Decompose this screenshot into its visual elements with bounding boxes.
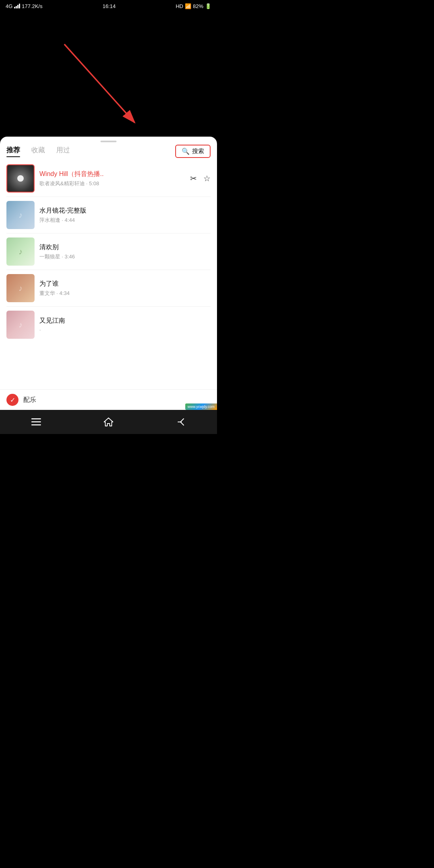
cut-icon[interactable]: ✂	[190, 174, 197, 183]
song-thumb-1	[6, 164, 35, 192]
song-meta-4: 董文华 · 4:34	[39, 290, 211, 297]
song-thumb-4: ♪	[6, 274, 35, 302]
svg-rect-2	[31, 418, 41, 420]
battery-icon: 🔋	[205, 3, 211, 9]
song-meta-2: 萍水相逢 · 4:44	[39, 217, 211, 224]
tab-recommend[interactable]: 推荐	[6, 145, 20, 157]
search-icon: 🔍	[182, 147, 190, 155]
nav-home-icon[interactable]	[100, 413, 117, 431]
song-title-3: 清欢别	[39, 243, 211, 252]
song-title-4: 为了谁	[39, 280, 211, 288]
song-title-5: 又见江南	[39, 317, 211, 325]
cd-cover	[7, 165, 34, 192]
peile-label: 配乐	[23, 396, 36, 404]
drag-handle-bar	[100, 141, 117, 142]
song-item-3[interactable]: ♪ 清欢别 一颗狼星 · 3:46	[6, 233, 211, 270]
song-cover-4: ♪	[6, 274, 35, 302]
song-cover-3: ♪	[6, 237, 35, 266]
song-thumb-5: ♪	[6, 311, 35, 339]
peile-bar: ✓ 配乐	[0, 389, 217, 410]
song-info-4: 为了谁 董文华 · 4:34	[39, 280, 211, 297]
song-info-5: 又见江南 ·	[39, 317, 211, 333]
network-speed: 177.2K/s	[22, 3, 42, 9]
status-left: 4G 177.2K/s	[6, 3, 43, 9]
wifi-icon: 📶	[185, 3, 191, 9]
svg-line-1	[64, 44, 135, 123]
network-type: 4G	[6, 3, 12, 9]
drag-handle[interactable]	[0, 137, 217, 145]
video-area	[0, 12, 217, 149]
signal-bars	[14, 4, 20, 8]
song-info-1: Windy Hill（抖音热播.. 歌者凌风&精彩轩迪 · 5:08	[39, 170, 185, 187]
hd-badge: HD	[176, 3, 183, 9]
song-thumb-3: ♪	[6, 237, 35, 266]
song-item-4[interactable]: ♪ 为了谁 董文华 · 4:34	[6, 270, 211, 307]
tabs-row: 推荐 收藏 用过 🔍 搜索	[0, 145, 217, 158]
song-info-3: 清欢别 一颗狼星 · 3:46	[39, 243, 211, 260]
clock: 16:14	[102, 3, 116, 9]
peile-check-icon: ✓	[6, 394, 18, 406]
bottom-sheet: 推荐 收藏 用过 🔍 搜索 Windy Hill（抖音热播.. 歌者凌风&精彩轩…	[0, 137, 217, 410]
svg-rect-3	[31, 422, 41, 423]
watermark: www.ycwjdy.com	[185, 403, 217, 410]
tab-favorites[interactable]: 收藏	[31, 145, 45, 157]
search-label: 搜索	[192, 147, 204, 155]
search-button[interactable]: 🔍 搜索	[175, 145, 211, 158]
song-title-1: Windy Hill（抖音热播..	[39, 170, 185, 178]
song-thumb-2: ♪	[6, 201, 35, 229]
status-bar: 4G 177.2K/s 16:14 HD 📶 82% 🔋	[0, 0, 217, 12]
song-meta-3: 一颗狼星 · 3:46	[39, 253, 211, 260]
song-info-2: 水月镜花-完整版 萍水相逢 · 4:44	[39, 207, 211, 224]
song-meta-5: ·	[39, 327, 211, 333]
status-right: HD 📶 82% 🔋	[176, 3, 211, 9]
song-meta-1: 歌者凌风&精彩轩迪 · 5:08	[39, 180, 185, 187]
song-item-5[interactable]: ♪ 又见江南 ·	[6, 307, 211, 343]
nav-bar	[0, 410, 217, 434]
song-actions-1: ✂ ☆	[190, 174, 211, 183]
tab-recent[interactable]: 用过	[56, 145, 70, 157]
song-cover-5: ♪	[6, 311, 35, 339]
nav-menu-icon[interactable]	[27, 413, 45, 431]
battery-level: 82%	[193, 3, 203, 9]
svg-rect-4	[31, 424, 41, 426]
song-cover-2: ♪	[6, 201, 35, 229]
song-item-2[interactable]: ♪ 水月镜花-完整版 萍水相逢 · 4:44	[6, 197, 211, 233]
song-title-2: 水月镜花-完整版	[39, 207, 211, 215]
song-list: Windy Hill（抖音热播.. 歌者凌风&精彩轩迪 · 5:08 ✂ ☆ ♪…	[0, 160, 217, 389]
arrow-annotation	[56, 36, 145, 133]
star-icon[interactable]: ☆	[203, 174, 211, 183]
nav-back-icon[interactable]	[172, 413, 190, 431]
song-item-1[interactable]: Windy Hill（抖音热播.. 歌者凌风&精彩轩迪 · 5:08 ✂ ☆	[6, 160, 211, 197]
